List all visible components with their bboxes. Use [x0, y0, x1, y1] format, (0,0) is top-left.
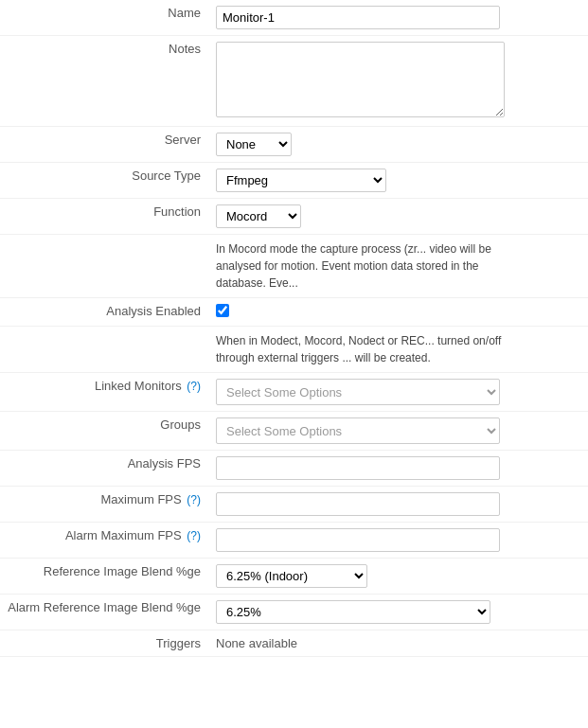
alarm-maximum-fps-label: Alarm Maximum FPS (?)	[0, 523, 208, 559]
maximum-fps-input[interactable]	[216, 492, 500, 516]
linked-monitors-help-icon[interactable]: (?)	[187, 380, 201, 393]
analysis-fps-input[interactable]	[216, 456, 500, 480]
triggers-value: None available	[216, 629, 297, 650]
function-info-text: In Mocord mode the capture process (zr..…	[216, 240, 509, 292]
server-select[interactable]: None	[216, 133, 292, 156]
analysis-info-text: When in Modect, Mocord, Nodect or REC...…	[216, 332, 509, 366]
groups-label: Groups	[0, 412, 208, 451]
function-label: Function	[0, 199, 208, 235]
maximum-fps-help-icon[interactable]: (?)	[187, 493, 201, 506]
maximum-fps-label: Maximum FPS (?)	[0, 487, 208, 523]
linked-monitors-select[interactable]: Select Some Options	[216, 379, 500, 405]
source-type-label: Source Type	[0, 163, 208, 199]
analysis-fps-label: Analysis FPS	[0, 451, 208, 487]
groups-select[interactable]: Select Some Options	[216, 417, 500, 444]
alarm-maximum-fps-help-icon[interactable]: (?)	[187, 529, 201, 542]
notes-label: Notes	[0, 36, 208, 127]
triggers-label: Triggers	[0, 630, 208, 657]
source-type-select[interactable]: Ffmpeg	[216, 169, 386, 192]
notes-textarea[interactable]	[216, 42, 505, 117]
analysis-enabled-checkbox[interactable]	[216, 304, 229, 317]
analysis-enabled-label: Analysis Enabled	[0, 298, 208, 327]
alarm-blend-select[interactable]: 6.25% 12.5% 25% 50%	[216, 600, 490, 624]
name-label: Name	[0, 0, 208, 36]
function-select[interactable]: Mocord	[216, 204, 301, 228]
reference-blend-select[interactable]: 6.25% (Indoor) 12.5% 25% 50%	[216, 564, 367, 588]
linked-monitors-label: Linked Monitors (?)	[0, 373, 208, 412]
name-input[interactable]	[216, 6, 500, 29]
reference-blend-label: Reference Image Blend %ge	[0, 559, 208, 595]
server-label: Server	[0, 127, 208, 163]
alarm-maximum-fps-input[interactable]	[216, 528, 500, 552]
alarm-blend-label: Alarm Reference Image Blend %ge	[0, 595, 208, 630]
